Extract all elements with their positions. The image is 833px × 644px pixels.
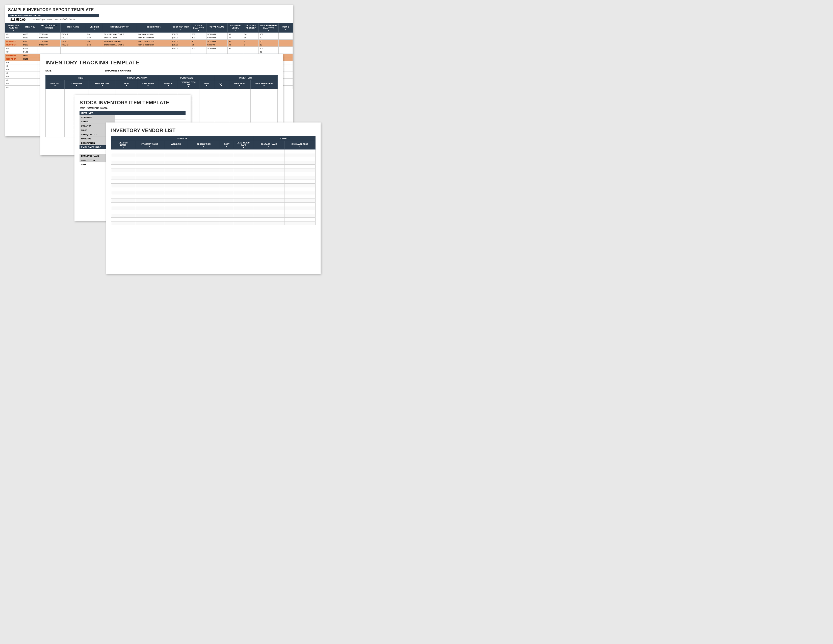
table-cell: [164, 169, 188, 172]
table-cell: 20: [259, 50, 279, 54]
table-cell: Store Room A, Shelf 2: [103, 32, 137, 36]
table-cell: Cole: [86, 40, 103, 43]
table-row: [111, 187, 315, 191]
table-cell: 5/20/20XX: [38, 43, 61, 47]
table-cell: [199, 109, 214, 113]
table-row: [111, 157, 315, 161]
table-cell: [188, 172, 219, 176]
table-row: [111, 191, 315, 195]
value-item-name[interactable]: [115, 115, 185, 119]
table-row: [111, 218, 315, 222]
table-cell: [234, 210, 253, 214]
table-cell: [22, 82, 38, 85]
table-cell: [164, 180, 188, 184]
table-cell: [214, 97, 229, 101]
table-cell: [284, 165, 315, 169]
table-cell: [164, 153, 188, 157]
table-cell: [234, 222, 253, 225]
table-cell: [199, 89, 214, 93]
table-cell: [214, 105, 229, 109]
table-cell: [164, 199, 188, 203]
table-cell: 100: [259, 47, 279, 50]
table-cell: [22, 68, 38, 71]
table-cell: [219, 169, 234, 172]
table-cell: [284, 169, 315, 172]
table-cell: [251, 105, 278, 109]
table-cell: [199, 105, 214, 109]
col-item-no: ITEM NO.▼: [22, 24, 38, 32]
table-cell: [253, 180, 284, 184]
table-cell: [219, 172, 234, 176]
group-inventory: INVENTORY: [214, 76, 277, 80]
date-value[interactable]: [54, 69, 85, 72]
table-cell: [135, 150, 164, 153]
table-cell: [111, 157, 135, 161]
table-cell: [46, 93, 64, 97]
col-vendor: VENDOR▼: [86, 24, 103, 32]
table-cell: C123: [22, 40, 38, 43]
table-cell: [46, 121, 64, 125]
sub-contact-name: CONTACT NAME▼: [253, 141, 284, 150]
sub-desc: DESCRIPTION▼: [88, 80, 116, 89]
table-cell: [214, 101, 229, 105]
table-cell: [234, 150, 253, 153]
table-cell: F123: [22, 50, 38, 54]
table-cell: Item A description: [137, 32, 171, 36]
table-cell: REORDER: [5, 54, 22, 57]
table-cell: [251, 93, 278, 97]
table-cell: [229, 101, 251, 105]
table-cell: [116, 89, 137, 93]
table-cell: [284, 191, 315, 195]
table-row: OKB1235/20/20XXITEM BColeOutdoor PalletI…: [5, 36, 293, 40]
table-cell: OK: [5, 82, 22, 85]
table-cell: [253, 150, 284, 153]
table-cell: OK: [5, 61, 22, 64]
table-row: [111, 172, 315, 176]
table-cell: [253, 218, 284, 222]
col-stock-loc: STOCK LOCATION▼: [103, 24, 137, 32]
table-cell: B123: [22, 36, 38, 40]
sub-lead-time: LEAD TIME INDAYS▼: [234, 141, 253, 150]
table-cell: [234, 169, 253, 172]
table-cell: H123: [22, 57, 38, 61]
table-cell: [111, 184, 135, 187]
table-cell: [227, 50, 243, 54]
table-cell: [164, 191, 188, 195]
table-cell: [137, 47, 171, 50]
table-cell: [219, 157, 234, 161]
table-cell: $10.00: [171, 32, 191, 36]
table-cell: [164, 157, 188, 161]
table-cell: OK: [5, 85, 22, 89]
table-cell: OK: [5, 79, 22, 82]
table-cell: [253, 172, 284, 176]
table-cell: [229, 109, 251, 113]
table-cell: 25: [191, 43, 206, 47]
sub-area: AREA▼: [116, 80, 137, 89]
table-cell: [64, 89, 88, 93]
sub-product-name: PRODUCT NAME▼: [135, 141, 164, 150]
table-cell: [278, 40, 293, 43]
total-inv-value: $13,550.00: [8, 18, 31, 22]
table-cell: [46, 97, 64, 101]
signature-value[interactable]: [134, 69, 185, 72]
table-cell: Cole: [86, 43, 103, 47]
table-cell: [243, 50, 259, 54]
table-cell: Item B description: [137, 36, 171, 40]
table-cell: [229, 89, 251, 93]
table-cell: [188, 180, 219, 184]
table-row: [46, 89, 278, 93]
table-cell: 100: [191, 36, 206, 40]
table-cell: [234, 161, 253, 165]
table-row: [111, 161, 315, 165]
table-cell: [178, 89, 199, 93]
table-cell: [135, 191, 164, 195]
table-cell: [251, 89, 278, 93]
table-cell: [219, 199, 234, 203]
table-cell: [111, 203, 135, 206]
table-cell: [284, 180, 315, 184]
table-row: OKA1235/20/20XXITEM AColeStore Room A, S…: [5, 32, 293, 36]
table-cell: [188, 218, 219, 222]
form-row-item-name: ITEM NAME: [79, 115, 185, 119]
table-cell: $20.00: [171, 36, 191, 40]
total-inv-row: $13,550.00 *Based upon TOTAL VALUE field…: [8, 17, 99, 22]
